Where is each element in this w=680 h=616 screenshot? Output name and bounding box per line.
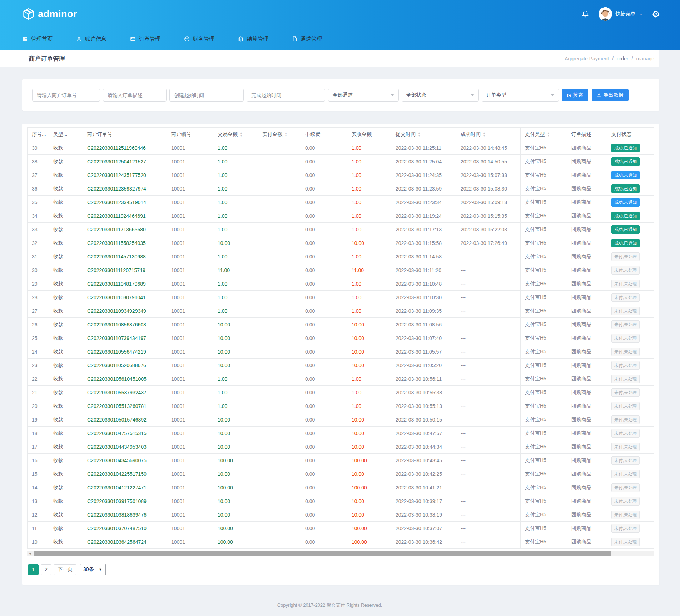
page-button-2[interactable]: 2 <box>41 564 51 575</box>
cell-paid-amount <box>258 535 301 549</box>
table-row: 13收款C202203301039175010891000110.000.001… <box>28 494 654 508</box>
user-menu[interactable]: 快捷菜单 ⌄ <box>599 7 642 21</box>
cell-merchant-no: 10001 <box>167 331 213 345</box>
cell-merchant-no: 10001 <box>167 223 213 236</box>
cell-seq: 31 <box>28 250 49 263</box>
nav-item-1[interactable]: 管理首页 <box>22 36 53 43</box>
cell-fee: 0.00 <box>301 141 347 155</box>
finish-time-input[interactable] <box>247 89 325 102</box>
notification-bell-icon[interactable] <box>581 10 589 18</box>
cell-fee: 0.00 <box>301 522 347 535</box>
nav-item-3[interactable]: 订单管理 <box>130 36 160 43</box>
status-badge: 未付,未处理 <box>611 334 640 343</box>
cell-submit-time: 2022-03-30 11:15:58 <box>391 236 456 250</box>
account-icon <box>76 36 82 42</box>
cell-received: 100.00 <box>347 535 391 549</box>
cell-type: 收款 <box>49 291 83 304</box>
cell--blank <box>647 331 654 345</box>
sort-carets-icon[interactable]: ▲▼ <box>483 132 486 137</box>
status-badge: 未付,未处理 <box>611 266 640 275</box>
column-header-label: 实收金额 <box>352 131 372 138</box>
cell-merchant-no: 10001 <box>167 277 213 291</box>
cell-submit-time: 2022-03-30 11:19:24 <box>391 209 456 223</box>
cell-status: 未付,未处理 <box>607 535 647 549</box>
cell-amount: 1.00 <box>213 223 258 236</box>
page-button-1[interactable]: 1 <box>28 564 39 575</box>
cell-type: 收款 <box>49 359 83 372</box>
nav-item-6[interactable]: 通道管理 <box>292 36 322 43</box>
cell-desc: 团购商品 <box>567 277 607 291</box>
cell-type: 收款 <box>49 440 83 454</box>
cell-success-time: --- <box>456 413 521 427</box>
breadcrumb-root[interactable]: Aggregate Payment <box>565 56 609 61</box>
cell-received: 1.00 <box>347 196 391 209</box>
cell-amount: 10.00 <box>213 427 258 440</box>
cell-seq: 27 <box>28 304 49 318</box>
cell-amount: 10.00 <box>213 359 258 372</box>
cell-received: 10.00 <box>347 236 391 250</box>
status-select[interactable]: 全部状态 <box>402 89 479 102</box>
table-row: 27收款C20220330110934929349100011.000.001.… <box>28 304 654 318</box>
sort-carets-icon[interactable]: ▲▼ <box>547 132 550 137</box>
select-caret-icon: ▼ <box>99 568 102 571</box>
cell-type: 收款 <box>49 168 83 182</box>
cell-paid-amount <box>258 386 301 399</box>
cell-amount: 1.00 <box>213 399 258 413</box>
nav-item-4[interactable]: 财务管理 <box>184 36 214 43</box>
cell-type: 收款 <box>49 535 83 549</box>
next-page-button[interactable]: 下一页 <box>54 564 76 575</box>
sort-carets-icon[interactable]: ▲▼ <box>284 132 287 137</box>
export-button[interactable]: 导出数据 <box>592 89 629 101</box>
settings-gear-icon[interactable] <box>652 10 660 18</box>
cell-status: 未付,未处理 <box>607 304 647 318</box>
nav-item-2[interactable]: 账户信息 <box>76 36 106 43</box>
table-row: 12收款C202203301038186394761000110.000.001… <box>28 508 654 522</box>
scrollbar-left-arrow[interactable]: ◄ <box>27 551 33 556</box>
cell-seq: 30 <box>28 263 49 277</box>
cell-success-time: --- <box>456 318 521 331</box>
sort-carets-icon[interactable]: ▲▼ <box>240 132 243 137</box>
sort-carets-icon[interactable]: ▲▼ <box>418 132 421 137</box>
table-row: 10收款C2022033010364256472410001100.000.00… <box>28 535 654 549</box>
cell-pay-type: 支付宝H5 <box>521 508 567 522</box>
cell-merchant-no: 10001 <box>167 250 213 263</box>
status-badge: 未付,未处理 <box>611 348 640 356</box>
create-time-input[interactable] <box>169 89 244 102</box>
select-caret-icon <box>471 94 474 96</box>
cell-seq: 36 <box>28 182 49 196</box>
column-header: 成功时间▲▼ <box>456 128 521 141</box>
breadcrumb-order[interactable]: order <box>617 56 629 61</box>
cell--blank <box>647 454 654 467</box>
channel-select[interactable]: 全部通道 <box>328 89 399 102</box>
search-button[interactable]: G 搜索 <box>562 89 588 101</box>
column-header-label: 类型... <box>53 131 68 138</box>
cell-pay-type: 支付宝H5 <box>521 494 567 508</box>
cell-received: 10.00 <box>347 345 391 359</box>
cell-desc: 团购商品 <box>567 454 607 467</box>
cell-pay-type: 支付宝H5 <box>521 359 567 372</box>
cell-order-no: C20220330110856876608 <box>83 318 167 331</box>
cell-type: 收款 <box>49 508 83 522</box>
table-row: 28收款C20220330111030791041100011.000.001.… <box>28 291 654 304</box>
cell-received: 10.00 <box>347 440 391 454</box>
breadcrumb-manage: manage <box>636 56 654 61</box>
order-desc-input[interactable] <box>103 89 167 102</box>
cell-submit-time: 2022-03-30 10:50:15 <box>391 413 456 427</box>
nav-item-5[interactable]: 结算管理 <box>238 36 268 43</box>
export-button-label: 导出数据 <box>604 92 624 98</box>
cell-fee: 0.00 <box>301 168 347 182</box>
cell-pay-type: 支付宝H5 <box>521 182 567 196</box>
column-header: 支付状态 <box>607 128 647 141</box>
cell-merchant-no: 10001 <box>167 318 213 331</box>
app-logo[interactable]: adminor <box>22 8 77 20</box>
scrollbar-thumb[interactable] <box>34 551 611 556</box>
order-no-input[interactable] <box>32 89 100 102</box>
breadcrumb: Aggregate Payment / order / manage <box>565 56 654 61</box>
cell-paid-amount <box>258 427 301 440</box>
scrollbar-track[interactable] <box>33 551 654 556</box>
order-type-select[interactable]: 订单类型 <box>482 89 559 102</box>
table-row: 20收款C20220330105513260781100011.000.001.… <box>28 399 654 413</box>
cell-paid-amount <box>258 223 301 236</box>
page-size-select[interactable]: 30条 ▼ <box>80 564 106 575</box>
table-row: 26收款C202203301108568766081000110.000.001… <box>28 318 654 331</box>
